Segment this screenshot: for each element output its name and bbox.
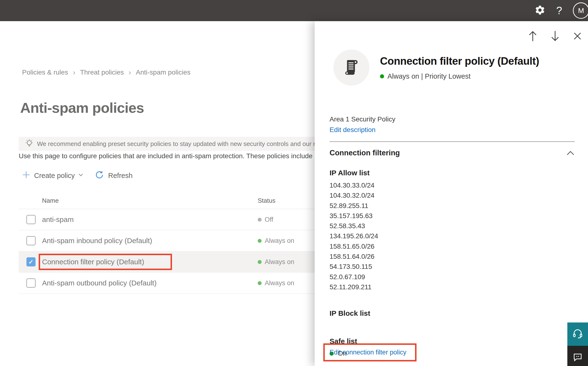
page-description: Use this page to configure policies that… xyxy=(19,152,315,160)
ip-address: 52.11.209.211 xyxy=(330,282,378,292)
next-item-button[interactable] xyxy=(548,29,562,44)
top-bar: ? M xyxy=(0,0,588,21)
status-dot-icon xyxy=(258,281,262,285)
settings-button[interactable] xyxy=(530,0,550,21)
breadcrumb-separator-icon: › xyxy=(129,68,131,76)
table-row[interactable]: Connection filter policy (Default) Alway… xyxy=(19,252,315,273)
selection-highlight-box: Connection filter policy (Default) xyxy=(39,254,172,270)
recommendation-banner: We recommend enabling preset security po… xyxy=(19,137,315,151)
close-icon xyxy=(572,31,582,42)
policy-name[interactable]: Anti-spam inbound policy (Default) xyxy=(42,237,152,245)
column-header-name[interactable]: Name xyxy=(42,197,59,204)
ip-address: 52.0.67.109 xyxy=(330,272,378,282)
ip-address: 104.30.32.0/24 xyxy=(330,191,378,201)
ip-address: 158.51.65.0/26 xyxy=(330,241,378,252)
status-label: Always on xyxy=(265,279,294,287)
edit-connection-filter-policy-link[interactable]: Edit connection filter policy xyxy=(330,349,406,356)
refresh-label: Refresh xyxy=(108,172,132,180)
status-cell: Always on xyxy=(258,237,294,244)
divider xyxy=(330,141,575,142)
table-header: Name Status xyxy=(19,191,315,209)
table-row[interactable]: anti-spam Off xyxy=(19,209,315,230)
support-button[interactable] xyxy=(567,322,588,346)
feedback-button[interactable] xyxy=(567,346,588,366)
lightbulb-icon xyxy=(24,138,34,150)
ip-address: 52.89.255.11 xyxy=(330,201,378,211)
chevron-up-icon xyxy=(566,152,575,157)
policy-avatar xyxy=(333,50,369,86)
policy-name[interactable]: anti-spam xyxy=(42,215,74,224)
row-checkbox[interactable] xyxy=(26,236,36,245)
ip-address: 54.173.50.115 xyxy=(330,262,378,272)
ip-block-list-heading: IP Block list xyxy=(330,309,370,317)
connection-filtering-heading: Connection filtering xyxy=(330,149,400,157)
ip-allow-list-heading: IP Allow list xyxy=(330,169,370,177)
headset-icon xyxy=(572,328,583,341)
panel-header: Connection filter policy (Default) Alway… xyxy=(333,50,539,86)
panel-title: Connection filter policy (Default) xyxy=(380,55,539,67)
ip-address: 134.195.26.0/24 xyxy=(330,231,378,241)
policies-table: Name Status anti-spam Of xyxy=(19,191,315,294)
arrow-down-icon xyxy=(550,30,561,43)
avatar: M xyxy=(573,2,588,19)
collapse-section-button[interactable] xyxy=(566,150,575,157)
status-cell: Always on xyxy=(258,258,294,266)
status-label: Off xyxy=(265,216,273,223)
breadcrumb: Policies & rules › Threat policies › Ant… xyxy=(22,68,191,76)
help-button[interactable]: ? xyxy=(550,0,569,21)
refresh-button[interactable]: Refresh xyxy=(95,170,135,181)
breadcrumb-policies-rules[interactable]: Policies & rules xyxy=(22,69,68,76)
panel-status-text: Always on | Priority Lowest xyxy=(387,72,470,80)
row-checkbox[interactable] xyxy=(26,215,36,224)
row-checkbox[interactable] xyxy=(26,257,36,267)
selection-highlight-box: anti-spam xyxy=(42,215,74,224)
breadcrumb-anti-spam-policies[interactable]: Anti-spam policies xyxy=(136,69,191,76)
status-dot-icon xyxy=(258,239,262,243)
table-row[interactable]: Anti-spam outbound policy (Default) Alwa… xyxy=(19,273,315,294)
refresh-icon xyxy=(95,170,104,181)
row-checkbox[interactable] xyxy=(26,278,36,288)
edit-link-highlight-box: Edit connection filter policy xyxy=(323,343,417,361)
selection-highlight-box: Anti-spam inbound policy (Default) xyxy=(42,237,152,245)
table-row[interactable]: Anti-spam inbound policy (Default) Alway… xyxy=(19,230,315,252)
corner-buttons xyxy=(567,322,588,366)
ip-address: 35.157.195.63 xyxy=(330,211,378,221)
ip-address: 104.30.33.0/24 xyxy=(330,180,378,191)
previous-item-button[interactable] xyxy=(526,29,540,44)
close-panel-button[interactable] xyxy=(570,29,585,44)
page-title: Anti-spam policies xyxy=(20,99,144,116)
policy-name[interactable]: Anti-spam outbound policy (Default) xyxy=(42,279,157,287)
create-policy-label: Create policy xyxy=(34,172,75,180)
selection-highlight-box: Anti-spam outbound policy (Default) xyxy=(42,279,157,287)
help-icon: ? xyxy=(556,5,562,17)
main-content: Policies & rules › Threat policies › Ant… xyxy=(0,21,315,366)
create-policy-button[interactable]: Create policy xyxy=(22,171,84,181)
ip-address: 52.58.35.43 xyxy=(330,221,378,231)
app-root: ? M Policies & rules › Threat policies ›… xyxy=(0,0,588,366)
chevron-down-icon xyxy=(78,171,84,180)
status-dot-icon xyxy=(258,218,262,221)
panel-status: Always on | Priority Lowest xyxy=(380,72,539,80)
status-label: Always on xyxy=(265,258,294,266)
arrow-up-icon xyxy=(527,30,538,43)
scroll-icon xyxy=(342,58,361,77)
plus-icon xyxy=(22,171,30,181)
account-button[interactable]: M xyxy=(569,0,588,21)
breadcrumb-separator-icon: › xyxy=(73,68,75,76)
status-label: Always on xyxy=(265,237,294,244)
status-cell: Always on xyxy=(258,279,294,287)
status-cell: Off xyxy=(258,216,273,223)
banner-text: We recommend enabling preset security po… xyxy=(37,140,315,148)
ip-address: 158.51.64.0/26 xyxy=(330,252,378,262)
breadcrumb-threat-policies[interactable]: Threat policies xyxy=(80,69,124,76)
ip-allow-list: 104.30.33.0/24 104.30.32.0/24 52.89.255.… xyxy=(330,180,378,292)
toolbar: Create policy Refresh xyxy=(22,169,135,182)
column-header-status[interactable]: Status xyxy=(258,197,276,204)
status-dot-icon xyxy=(380,74,384,78)
policy-details-flyout: Connection filter policy (Default) Alway… xyxy=(315,21,588,366)
policy-name[interactable]: Connection filter policy (Default) xyxy=(42,258,144,266)
status-dot-icon xyxy=(258,260,262,264)
policy-description: Area 1 Security Policy xyxy=(330,115,395,123)
gear-icon xyxy=(534,5,545,17)
edit-description-link[interactable]: Edit description xyxy=(330,126,375,134)
